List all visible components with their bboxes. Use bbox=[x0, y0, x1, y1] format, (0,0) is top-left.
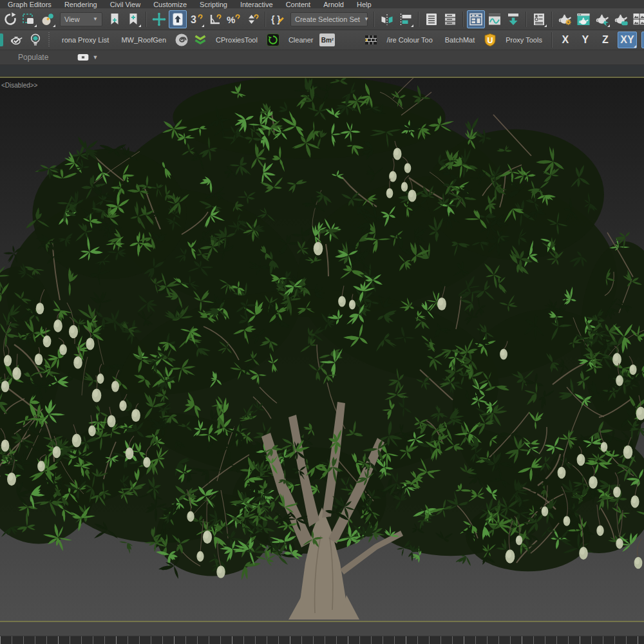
percent-snap-icon[interactable]: % bbox=[225, 10, 243, 28]
mw-roofgen-button[interactable]: MW_RoofGen bbox=[115, 36, 172, 44]
svg-text:U: U bbox=[488, 36, 493, 45]
scene-explorer-icon[interactable] bbox=[441, 10, 459, 28]
cproxiestool-button[interactable]: CProxiesTool bbox=[210, 36, 263, 44]
render-setup-icon[interactable] bbox=[556, 10, 574, 28]
named-selection-set-dropdown[interactable]: Create Selection Set▼ bbox=[290, 12, 368, 26]
menu-bar: Graph EditorsRenderingCivil ViewCustomiz… bbox=[0, 0, 644, 8]
chevron-down-icon: ▼ bbox=[92, 54, 98, 61]
swirl-icon[interactable] bbox=[173, 31, 191, 49]
viewport-shading-label[interactable]: <Disabled>> bbox=[1, 82, 37, 89]
select-and-link-icon[interactable] bbox=[39, 10, 57, 28]
material-editor-icon[interactable] bbox=[530, 10, 548, 28]
chevron-down-icon: ▼ bbox=[93, 16, 98, 22]
toolbar-separator bbox=[551, 32, 553, 48]
ignite-lightbulb-icon[interactable] bbox=[26, 31, 44, 49]
undo-icon[interactable] bbox=[1, 10, 19, 28]
mango-tree-scene bbox=[0, 78, 644, 621]
proxy-tools-button[interactable]: Proxy Tools bbox=[500, 36, 548, 44]
reference-coordinate-dropdown[interactable]: View▼ bbox=[60, 12, 102, 26]
render-presets-icon[interactable] bbox=[630, 10, 644, 28]
bm2-button[interactable]: Bm² bbox=[319, 33, 335, 46]
ribbon-state-icon bbox=[77, 53, 90, 62]
menu-rendering[interactable]: Rendering bbox=[58, 1, 104, 8]
ribbon-collapsed-strip bbox=[0, 65, 644, 77]
align-icon[interactable] bbox=[397, 10, 415, 28]
wire-colour-tool-button[interactable]: /ire Colour Too bbox=[381, 36, 438, 44]
use-selection-center-icon[interactable] bbox=[124, 10, 142, 28]
menu-customize[interactable]: Customize bbox=[147, 1, 193, 8]
spinner-snap-icon[interactable] bbox=[243, 10, 261, 28]
render-last-teapot-icon[interactable] bbox=[8, 31, 26, 49]
corona-proxy-list-button[interactable]: rona Proxy List bbox=[56, 36, 115, 44]
plugins-toolbar: rona Proxy ListMW_RoofGenCProxiesToolCle… bbox=[0, 30, 644, 50]
menu-arnold[interactable]: Arnold bbox=[317, 1, 350, 8]
main-toolbar: View▼3%{ }Create Selection Set▼S bbox=[0, 8, 644, 30]
menu-civil-view[interactable]: Civil View bbox=[104, 1, 147, 8]
menu-content[interactable]: Content bbox=[279, 1, 317, 8]
brick-wall-icon[interactable] bbox=[362, 31, 380, 49]
ribbon-tab-bar: Populate ▼ bbox=[0, 50, 644, 65]
cleaner-button[interactable]: Cleaner bbox=[283, 36, 319, 44]
schematic-view-icon[interactable] bbox=[504, 10, 522, 28]
ribbon-minimize-toggle[interactable]: ▼ bbox=[77, 53, 98, 62]
track-bar[interactable] bbox=[0, 622, 644, 636]
axis-z-button[interactable]: Z bbox=[598, 32, 613, 48]
toolbar-separator bbox=[462, 12, 464, 27]
toolbar-separator bbox=[374, 12, 375, 27]
snaps-toggle-3d-icon[interactable]: 3 bbox=[187, 10, 205, 28]
toolbar-separator bbox=[265, 12, 266, 27]
cut-toolbar-icon[interactable] bbox=[0, 33, 3, 46]
recycle-icon[interactable] bbox=[264, 31, 282, 49]
mirror-icon[interactable] bbox=[378, 10, 396, 28]
ribbon-toggle-icon[interactable] bbox=[467, 10, 485, 28]
select-and-manipulate-icon[interactable] bbox=[150, 10, 168, 28]
render-in-cloud-icon[interactable] bbox=[612, 10, 630, 28]
selection-region-icon[interactable] bbox=[20, 10, 38, 28]
render-production-icon[interactable] bbox=[593, 10, 611, 28]
tab-populate[interactable]: Populate bbox=[0, 53, 57, 62]
toolbar-separator bbox=[418, 12, 419, 27]
green-chevrons-icon[interactable] bbox=[191, 31, 209, 49]
toolbar-separator bbox=[551, 12, 553, 27]
snaps-axis-constraint-button[interactable]: X bbox=[641, 32, 644, 48]
unwrella-shield-icon[interactable]: U bbox=[481, 31, 499, 49]
menu-scripting[interactable]: Scripting bbox=[193, 1, 234, 8]
axis-xy-button[interactable]: XY bbox=[618, 32, 637, 48]
axis-x-button[interactable]: X bbox=[558, 32, 573, 48]
chevron-down-icon: ▼ bbox=[364, 16, 369, 22]
curve-editor-icon[interactable] bbox=[486, 10, 504, 28]
menu-help[interactable]: Help bbox=[350, 1, 378, 8]
time-slider-ruler[interactable] bbox=[0, 636, 644, 644]
toolbar-drag-handle[interactable] bbox=[48, 32, 52, 48]
toolbar-separator bbox=[146, 12, 147, 27]
use-pivot-point-icon[interactable] bbox=[106, 10, 124, 28]
menu-graph-editors[interactable]: Graph Editors bbox=[1, 1, 58, 8]
toolbar-separator bbox=[526, 12, 527, 27]
svg-text:{ }: { } bbox=[271, 14, 281, 24]
rendered-frame-window-icon[interactable] bbox=[574, 10, 592, 28]
layer-explorer-icon[interactable] bbox=[422, 10, 440, 28]
batchmat-button[interactable]: BatchMat bbox=[439, 36, 480, 44]
keyboard-shortcut-override-icon[interactable] bbox=[169, 10, 187, 28]
svg-text:%: % bbox=[227, 14, 235, 25]
svg-text:3: 3 bbox=[191, 14, 196, 25]
menu-interactive[interactable]: Interactive bbox=[234, 1, 279, 8]
edit-named-selection-sets-icon[interactable]: { } bbox=[269, 10, 287, 28]
axis-y-button[interactable]: Y bbox=[578, 32, 593, 48]
perspective-viewport[interactable]: <Disabled>> bbox=[0, 77, 644, 622]
angle-snap-icon[interactable] bbox=[206, 10, 224, 28]
